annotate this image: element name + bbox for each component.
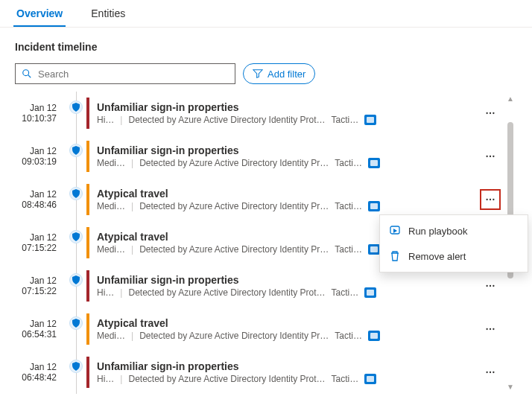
severity-label: Hi… <box>97 374 114 384</box>
timestamp: Jan 1209:03:19 <box>15 146 66 168</box>
shield-icon <box>69 144 83 157</box>
severity-label: Medi… <box>97 201 125 211</box>
tab-overview[interactable]: Overview <box>13 0 66 27</box>
tactics-label: Tacti… <box>335 331 362 341</box>
severity-bar <box>86 227 89 258</box>
severity-bar <box>86 357 89 388</box>
page-title: Incident timeline <box>15 41 517 53</box>
table-row[interactable]: Jan 1206:48:42Unfamiliar sign-in propert… <box>15 351 499 394</box>
severity-label: Hi… <box>97 287 114 298</box>
timestamp: Jan 1206:54:31 <box>15 319 66 340</box>
tactics-label: Tacti… <box>335 158 362 168</box>
svg-point-15 <box>490 285 491 287</box>
detected-by: Detected by Azure Active Directory Ident… <box>139 244 329 255</box>
more-actions-button[interactable] <box>481 191 499 208</box>
svg-point-4 <box>493 112 494 114</box>
alert-title: Atypical travel <box>97 317 477 329</box>
timestamp: Jan 1208:48:46 <box>15 189 66 211</box>
severity-label: Medi… <box>97 244 125 255</box>
add-filter-label: Add filter <box>267 68 305 80</box>
svg-point-18 <box>490 328 491 330</box>
alert-body: Unfamiliar sign-in propertiesHi…|Detecte… <box>97 360 477 384</box>
tab-entities[interactable]: Entities <box>88 0 128 27</box>
timestamp: Jan 1210:10:37 <box>15 103 66 124</box>
timeline-track <box>66 264 86 307</box>
alert-body: Unfamiliar sign-in propertiesHi…|Detecte… <box>97 101 477 125</box>
detected-by: Detected by Azure Active Directory Ident… <box>128 287 325 298</box>
more-actions-button[interactable] <box>481 363 499 381</box>
svg-point-21 <box>490 372 491 373</box>
severity-bar <box>86 141 89 172</box>
alert-title: Unfamiliar sign-in properties <box>97 101 477 113</box>
provider-icon <box>368 158 380 168</box>
shield-icon <box>69 273 83 287</box>
scroll-down-icon[interactable]: ▼ <box>507 380 514 394</box>
search-input[interactable] <box>38 68 229 80</box>
alert-title: Unfamiliar sign-in properties <box>97 144 477 156</box>
tactics-label: Tacti… <box>335 244 362 255</box>
severity-label: Hi… <box>97 115 114 125</box>
svg-point-3 <box>490 112 491 114</box>
scroll-up-icon[interactable]: ▲ <box>507 92 514 106</box>
provider-icon <box>368 331 380 341</box>
shield-icon <box>69 230 83 243</box>
provider-icon <box>364 115 376 125</box>
timestamp: Jan 1207:15:22 <box>15 275 66 297</box>
search-box[interactable] <box>15 63 235 84</box>
more-actions-button[interactable] <box>481 147 499 165</box>
shield-icon <box>69 316 83 330</box>
severity-bar <box>86 270 89 302</box>
svg-point-14 <box>486 285 487 287</box>
timeline-track <box>66 178 86 221</box>
svg-point-6 <box>490 156 491 157</box>
add-filter-button[interactable]: Add filter <box>243 63 315 84</box>
alert-title: Unfamiliar sign-in properties <box>97 274 477 286</box>
alert-context-menu: Run playbook Remove alert <box>379 214 528 272</box>
remove-alert-menu-item[interactable]: Remove alert <box>380 243 528 269</box>
severity-label: Medi… <box>97 331 125 341</box>
alert-body: Atypical travelMedi…|Detected by Azure A… <box>97 188 477 211</box>
filter-icon <box>253 68 263 79</box>
provider-icon <box>368 201 380 211</box>
table-row[interactable]: Jan 1206:54:31Atypical travelMedi…|Detec… <box>15 307 499 351</box>
playbook-icon <box>389 225 401 237</box>
svg-point-10 <box>493 199 494 200</box>
tactics-label: Tacti… <box>332 287 359 298</box>
table-row[interactable]: Jan 1209:03:19Unfamiliar sign-in propert… <box>15 135 499 178</box>
more-actions-button[interactable] <box>481 104 499 122</box>
svg-line-1 <box>28 75 31 78</box>
more-actions-button[interactable] <box>481 277 499 295</box>
provider-icon <box>368 244 380 255</box>
alert-body: Unfamiliar sign-in propertiesMedi…|Detec… <box>97 144 477 168</box>
svg-point-7 <box>493 156 494 157</box>
alert-body: Atypical travelMedi…|Detected by Azure A… <box>97 317 477 341</box>
timeline-track <box>66 135 86 178</box>
svg-point-0 <box>23 70 29 76</box>
shield-icon <box>69 360 83 373</box>
svg-point-22 <box>493 372 494 373</box>
tactics-label: Tacti… <box>332 115 359 125</box>
provider-icon <box>364 287 376 298</box>
svg-point-20 <box>486 372 487 373</box>
timeline-track <box>66 307 86 351</box>
alert-title: Atypical travel <box>97 188 477 200</box>
table-row[interactable]: Jan 1210:10:37Unfamiliar sign-in propert… <box>15 92 499 135</box>
svg-point-17 <box>486 328 487 330</box>
run-playbook-menu-item[interactable]: Run playbook <box>380 218 528 243</box>
detected-by: Detected by Azure Active Directory Ident… <box>139 158 329 168</box>
timeline-track <box>66 221 86 264</box>
timeline-track <box>66 92 86 135</box>
alert-title: Unfamiliar sign-in properties <box>97 360 477 372</box>
trash-icon <box>389 250 401 262</box>
tactics-label: Tacti… <box>335 201 362 211</box>
more-actions-button[interactable] <box>481 320 499 338</box>
remove-alert-label: Remove alert <box>408 251 466 262</box>
shield-icon <box>69 101 83 114</box>
shield-icon <box>69 187 83 200</box>
detected-by: Detected by Azure Active Directory Ident… <box>139 331 329 341</box>
timestamp: Jan 1206:48:42 <box>15 362 66 383</box>
severity-bar <box>86 98 89 129</box>
svg-point-2 <box>486 112 487 114</box>
run-playbook-label: Run playbook <box>408 226 468 237</box>
svg-point-5 <box>486 156 487 157</box>
